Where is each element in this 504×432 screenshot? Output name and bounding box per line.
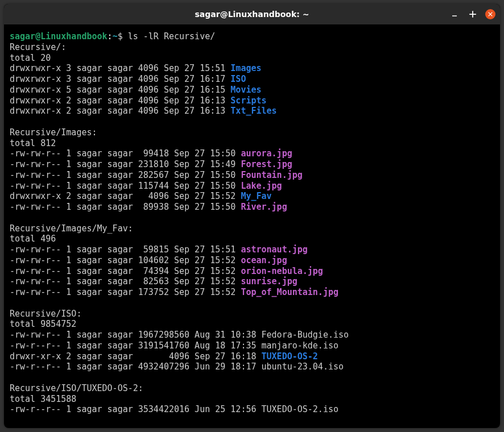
section-header: Recursive/: xyxy=(10,42,494,53)
file-name: ocean.jpg xyxy=(241,255,287,265)
section-header: Recursive/ISO/TUXEDO-OS-2: xyxy=(10,383,494,394)
file-name: sunrise.jpg xyxy=(241,276,297,286)
file-row: -rw-rw-r-- 1 sagar sagar 59815 Sep 27 15… xyxy=(10,244,494,255)
file-row: -rw-r--r-- 1 sagar sagar 4932407296 Jun … xyxy=(10,362,494,372)
window-controls xyxy=(449,9,495,20)
file-row: -rw-rw-r-- 1 sagar sagar 282567 Sep 27 1… xyxy=(10,170,494,181)
file-name: Lake.jpg xyxy=(241,181,282,191)
file-row: -rw-rw-r-- 1 sagar sagar 99418 Sep 27 15… xyxy=(10,148,494,159)
file-row: -rw-r--r-- 1 sagar sagar 3534422016 Jun … xyxy=(10,404,494,415)
minimize-button[interactable] xyxy=(449,9,460,20)
file-row: -rw-rw-r-- 1 sagar sagar 1967298560 Aug … xyxy=(10,330,494,340)
maximize-button[interactable] xyxy=(467,9,478,20)
file-row: -rw-rw-r-- 1 sagar sagar 89938 Sep 27 15… xyxy=(10,202,494,213)
blank-line xyxy=(10,372,494,383)
blank-line xyxy=(10,298,494,309)
file-row: drwxrwxr-x 2 sagar sagar 4096 Sep 27 15:… xyxy=(10,191,494,202)
file-row: -rw-rw-r-- 1 sagar sagar 231810 Sep 27 1… xyxy=(10,159,494,170)
file-name: Forest.jpg xyxy=(241,159,292,169)
section-total: total 20 xyxy=(10,53,494,64)
file-row: drwxr-xr-x 2 sagar sagar 4096 Sep 27 16:… xyxy=(10,351,494,362)
file-name: Movies xyxy=(230,85,261,95)
prompt-line: sagar@Linuxhandbook:~$ ls -lR Recursive/ xyxy=(10,31,494,42)
file-name: My_Fav xyxy=(241,191,271,201)
blank-line xyxy=(10,213,494,223)
file-name: Fountain.jpg xyxy=(241,170,302,180)
section-header: Recursive/ISO: xyxy=(10,309,494,319)
file-name: ubuntu-23.04.iso xyxy=(262,362,344,372)
close-button[interactable] xyxy=(485,9,495,19)
file-row: drwxrwxr-x 2 sagar sagar 4096 Sep 27 16:… xyxy=(10,95,494,106)
terminal-window: sagar@Linuxhandbook: ~ sagar@Linuxhandbo… xyxy=(4,4,500,428)
file-row: drwxrwxr-x 2 sagar sagar 4096 Sep 27 16:… xyxy=(10,106,494,117)
file-row: -rw-rw-r-- 1 sagar sagar 115744 Sep 27 1… xyxy=(10,181,494,192)
file-row: -rw-rw-r-- 1 sagar sagar 74394 Sep 27 15… xyxy=(10,266,494,277)
file-name: Images xyxy=(230,63,261,73)
file-row: -rw-r--r-- 1 sagar sagar 3191541760 Aug … xyxy=(10,340,494,351)
file-row: drwxrwxr-x 3 sagar sagar 4096 Sep 27 16:… xyxy=(10,74,494,85)
prompt-path: ~ xyxy=(113,31,118,41)
section-total: total 496 xyxy=(10,234,494,244)
prompt-at: @ xyxy=(35,31,40,41)
blank-line xyxy=(10,117,494,127)
prompt-user: sagar xyxy=(10,31,35,41)
file-name: Fedora-Budgie.iso xyxy=(262,330,349,340)
prompt-host: Linuxhandbook xyxy=(40,31,107,41)
terminal-output[interactable]: sagar@Linuxhandbook:~$ ls -lR Recursive/… xyxy=(4,24,500,422)
section-total: total 812 xyxy=(10,138,494,149)
file-name: aurora.jpg xyxy=(241,148,292,159)
file-row: drwxrwxr-x 5 sagar sagar 4096 Sep 27 16:… xyxy=(10,85,494,95)
file-name: orion-nebula.jpg xyxy=(241,266,323,276)
prompt-colon: : xyxy=(108,31,113,41)
file-name: TUXEDO-OS-2.iso xyxy=(262,404,338,414)
file-name: Top_of_Mountain.jpg xyxy=(241,287,338,297)
file-row: -rw-rw-r-- 1 sagar sagar 173752 Sep 27 1… xyxy=(10,287,494,298)
file-name: Txt_Files xyxy=(230,106,276,116)
file-name: manjaro-kde.iso xyxy=(262,340,338,351)
file-name: astronaut.jpg xyxy=(241,244,307,255)
file-row: -rw-rw-r-- 1 sagar sagar 104602 Sep 27 1… xyxy=(10,255,494,266)
section-total: total 9854752 xyxy=(10,319,494,330)
file-name: ISO xyxy=(230,74,246,84)
section-header: Recursive/Images: xyxy=(10,127,494,138)
section-total: total 3451588 xyxy=(10,394,494,405)
file-row: -rw-rw-r-- 1 sagar sagar 82563 Sep 27 15… xyxy=(10,276,494,287)
file-row: drwxrwxr-x 3 sagar sagar 4096 Sep 27 15:… xyxy=(10,63,494,74)
file-name: Scripts xyxy=(230,95,266,106)
file-listing: Recursive/:total 20drwxrwxr-x 3 sagar sa… xyxy=(10,42,494,415)
window-title: sagar@Linuxhandbook: ~ xyxy=(195,10,309,19)
prompt-symbol: $ xyxy=(118,31,128,41)
command-text: ls -lR Recursive/ xyxy=(128,31,216,41)
titlebar: sagar@Linuxhandbook: ~ xyxy=(4,4,500,24)
section-header: Recursive/Images/My_Fav: xyxy=(10,223,494,234)
file-name: TUXEDO-OS-2 xyxy=(262,351,318,362)
file-name: River.jpg xyxy=(241,202,287,212)
